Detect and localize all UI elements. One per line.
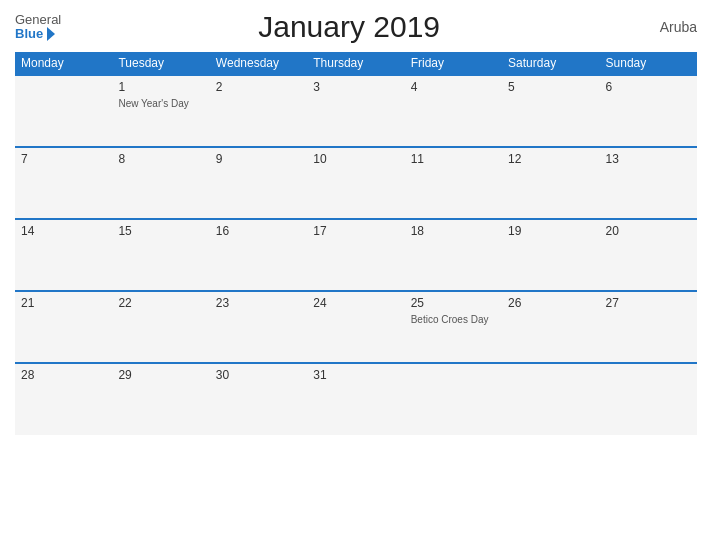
day-number: 7 [21, 152, 106, 166]
day-number: 12 [508, 152, 593, 166]
day-number: 22 [118, 296, 203, 310]
logo-blue-text: Blue [15, 27, 43, 41]
weekday-header-row: MondayTuesdayWednesdayThursdayFridaySatu… [15, 52, 697, 75]
calendar-cell: 24 [307, 291, 404, 363]
calendar-cell: 10 [307, 147, 404, 219]
weekday-header-sunday: Sunday [600, 52, 697, 75]
calendar-cell: 23 [210, 291, 307, 363]
day-number: 3 [313, 80, 398, 94]
calendar-country: Aruba [637, 19, 697, 35]
calendar-cell: 2 [210, 75, 307, 147]
calendar-cell: 31 [307, 363, 404, 435]
calendar-cell [405, 363, 502, 435]
calendar-cell: 25Betico Croes Day [405, 291, 502, 363]
calendar-cell: 27 [600, 291, 697, 363]
calendar-cell: 30 [210, 363, 307, 435]
day-number: 5 [508, 80, 593, 94]
weekday-header-monday: Monday [15, 52, 112, 75]
calendar-cell: 12 [502, 147, 599, 219]
day-number: 19 [508, 224, 593, 238]
day-number: 1 [118, 80, 203, 94]
calendar-container: General Blue January 2019 Aruba MondayTu… [0, 0, 712, 550]
calendar-cell [15, 75, 112, 147]
calendar-cell: 1New Year's Day [112, 75, 209, 147]
day-number: 21 [21, 296, 106, 310]
calendar-cell: 11 [405, 147, 502, 219]
day-number: 26 [508, 296, 593, 310]
calendar-cell: 16 [210, 219, 307, 291]
calendar-cell: 14 [15, 219, 112, 291]
calendar-header: General Blue January 2019 Aruba [15, 10, 697, 44]
calendar-cell: 29 [112, 363, 209, 435]
calendar-cell: 13 [600, 147, 697, 219]
logo-general-text: General [15, 13, 61, 27]
day-number: 16 [216, 224, 301, 238]
day-number: 29 [118, 368, 203, 382]
calendar-cell: 15 [112, 219, 209, 291]
logo: General Blue [15, 13, 61, 42]
calendar-cell [502, 363, 599, 435]
day-number: 18 [411, 224, 496, 238]
day-number: 25 [411, 296, 496, 310]
day-number: 13 [606, 152, 691, 166]
calendar-cell: 3 [307, 75, 404, 147]
day-number: 24 [313, 296, 398, 310]
day-number: 11 [411, 152, 496, 166]
day-number: 10 [313, 152, 398, 166]
week-row-2: 78910111213 [15, 147, 697, 219]
calendar-cell: 5 [502, 75, 599, 147]
calendar-cell: 19 [502, 219, 599, 291]
day-number: 14 [21, 224, 106, 238]
weekday-header-tuesday: Tuesday [112, 52, 209, 75]
day-number: 15 [118, 224, 203, 238]
day-number: 28 [21, 368, 106, 382]
week-row-5: 28293031 [15, 363, 697, 435]
day-number: 31 [313, 368, 398, 382]
week-row-4: 2122232425Betico Croes Day2627 [15, 291, 697, 363]
day-number: 20 [606, 224, 691, 238]
holiday-name: New Year's Day [118, 97, 203, 110]
week-row-1: 1New Year's Day23456 [15, 75, 697, 147]
week-row-3: 14151617181920 [15, 219, 697, 291]
day-number: 30 [216, 368, 301, 382]
calendar-cell [600, 363, 697, 435]
calendar-cell: 6 [600, 75, 697, 147]
calendar-cell: 20 [600, 219, 697, 291]
weekday-header-thursday: Thursday [307, 52, 404, 75]
day-number: 23 [216, 296, 301, 310]
calendar-cell: 4 [405, 75, 502, 147]
calendar-cell: 17 [307, 219, 404, 291]
calendar-cell: 18 [405, 219, 502, 291]
calendar-title: January 2019 [61, 10, 637, 44]
calendar-cell: 9 [210, 147, 307, 219]
day-number: 8 [118, 152, 203, 166]
calendar-cell: 26 [502, 291, 599, 363]
day-number: 27 [606, 296, 691, 310]
logo-triangle-icon [47, 27, 55, 41]
day-number: 9 [216, 152, 301, 166]
calendar-cell: 28 [15, 363, 112, 435]
day-number: 4 [411, 80, 496, 94]
weekday-header-saturday: Saturday [502, 52, 599, 75]
holiday-name: Betico Croes Day [411, 313, 496, 326]
calendar-cell: 22 [112, 291, 209, 363]
calendar-cell: 21 [15, 291, 112, 363]
day-number: 6 [606, 80, 691, 94]
calendar-cell: 7 [15, 147, 112, 219]
weekday-header-friday: Friday [405, 52, 502, 75]
calendar-cell: 8 [112, 147, 209, 219]
day-number: 17 [313, 224, 398, 238]
weekday-header-wednesday: Wednesday [210, 52, 307, 75]
day-number: 2 [216, 80, 301, 94]
calendar-table: MondayTuesdayWednesdayThursdayFridaySatu… [15, 52, 697, 435]
